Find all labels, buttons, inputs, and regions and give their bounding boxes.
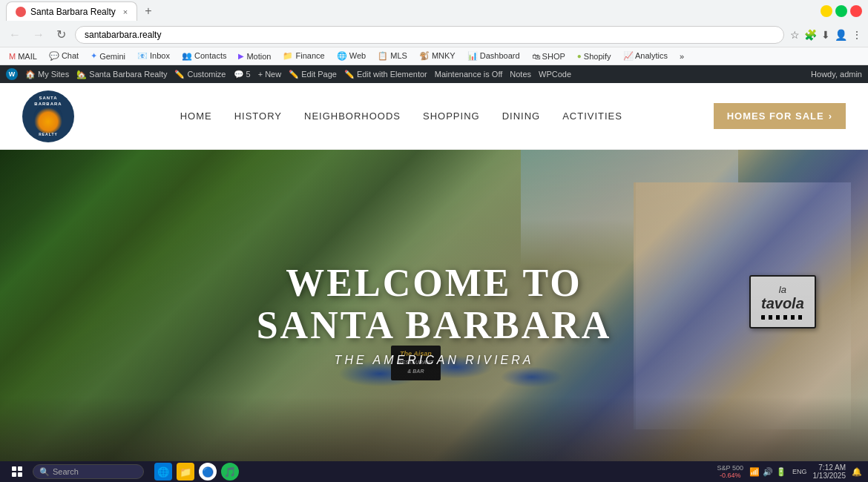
clock[interactable]: 7:12 AM 1/13/2025 (813, 463, 846, 480)
wp-comments[interactable]: 💬 5 (234, 70, 251, 79)
taskbar-search-bar[interactable]: 🔍 Search (33, 464, 144, 479)
taskbar-edge-icon[interactable]: 🌐 (154, 463, 172, 481)
tab-close-icon[interactable]: × (123, 7, 128, 16)
wp-notes[interactable]: Notes (510, 70, 531, 79)
arrow-icon: › (829, 110, 832, 122)
wp-elementor[interactable]: ✏️ Edit with Elementor (344, 70, 427, 79)
stock-value: -0.64% (720, 472, 741, 479)
taskbar-folder-icon[interactable]: 📁 (177, 463, 194, 481)
wp-admin-user[interactable]: Howdy, admin (811, 70, 862, 79)
bookmark-shop[interactable]: 🛍 SHOP (529, 50, 568, 62)
nav-home[interactable]: HOME (180, 110, 212, 122)
bookmark-inbox[interactable]: 📧 Inbox (134, 50, 173, 62)
url-text: santabarbara.realty (85, 30, 161, 40)
language-indicator: ENG (792, 468, 807, 475)
bookmark-gemini[interactable]: ✦ Gemini (88, 50, 128, 62)
maximize-button[interactable] (835, 5, 847, 17)
extension-icon[interactable]: 🧩 (804, 29, 817, 41)
hero-title: WELCOME TO SANTA BARBARA (217, 262, 651, 346)
wp-admin-bar: W 🏠 My Sites 🏡 Santa Barbara Realty ✏️ C… (0, 65, 868, 83)
bookmark-web[interactable]: 🌐 Web (334, 50, 369, 62)
profile-icon[interactable]: 👤 (835, 29, 847, 41)
bookmark-motion[interactable]: ▶ Motion (235, 50, 274, 62)
tab-favicon (16, 7, 26, 17)
title-bar: Santa Barbara Realty × + (0, 0, 868, 22)
browser-chrome: Santa Barbara Realty × + ← → ↻ santabarb… (0, 0, 868, 65)
refresh-button[interactable]: ↻ (53, 26, 69, 43)
taskbar-apps: 🌐 📁 🔵 🎵 (154, 463, 239, 481)
nav-shopping[interactable]: SHOPPING (423, 110, 480, 122)
hero-subtitle: THE AMERICAN RIVIERA (217, 354, 651, 367)
bookmark-chat[interactable]: 💬 Chat (46, 50, 82, 62)
browser-tab[interactable]: Santa Barbara Realty × (6, 1, 137, 21)
notification-icon[interactable]: 🔔 (852, 467, 862, 477)
wp-customize[interactable]: ✏️ Customize (174, 70, 226, 79)
bookmark-mail[interactable]: M MAIL (6, 50, 40, 62)
address-bar[interactable]: santabarbara.realty (75, 26, 784, 44)
bookmark-finance[interactable]: 📁 Finance (280, 50, 327, 62)
wp-maintenance[interactable]: Maintenance is Off (435, 70, 503, 79)
hero-content: WELCOME TO SANTA BARBARA THE AMERICAN RI… (217, 262, 651, 367)
logo-text: SANTA BARBARA REALTY (33, 96, 63, 136)
bookmark-mls[interactable]: 📋 MLS (375, 50, 410, 62)
windows-icon (12, 466, 22, 477)
taskbar-spotify-icon[interactable]: 🎵 (221, 463, 239, 481)
bookmark-shopify[interactable]: ● Shopify (574, 50, 614, 62)
site-header: SANTA BARBARA REALTY HOME HISTORY NEIGHB… (0, 83, 868, 150)
bookmark-more[interactable]: » (677, 50, 687, 62)
nav-activities[interactable]: ACTIVITIES (562, 110, 622, 122)
start-button[interactable] (6, 464, 28, 479)
site-logo[interactable]: SANTA BARBARA REALTY (22, 90, 74, 142)
bookmark-dashboard[interactable]: 📊 Dashboard (464, 50, 523, 62)
battery-icon[interactable]: 🔋 (776, 467, 786, 477)
wp-new[interactable]: + New (258, 70, 282, 79)
wp-logo[interactable]: W (6, 68, 18, 80)
search-placeholder: Search (53, 467, 79, 476)
download-icon[interactable]: ⬇ (821, 29, 830, 41)
toolbar-icons: ☆ 🧩 ⬇ 👤 ⋮ (790, 29, 862, 41)
close-button[interactable] (850, 5, 862, 17)
star-icon[interactable]: ☆ (790, 29, 800, 41)
back-button[interactable]: ← (6, 27, 24, 43)
taskbar: 🔍 Search 🌐 📁 🔵 🎵 S&P 500 -0.64% 📶 🔊 🔋 EN… (0, 461, 868, 482)
forward-button[interactable]: → (30, 27, 47, 43)
wifi-icon[interactable]: 📶 (749, 467, 760, 477)
tab-title: Santa Barbara Realty (30, 7, 116, 17)
hero-section: la tavola The AisanRESTAURANT& BAR WELCO… (0, 150, 868, 461)
bookmark-contacts[interactable]: 👥 Contacts (179, 50, 229, 62)
navigation-toolbar: ← → ↻ santabarbara.realty ☆ 🧩 ⬇ 👤 ⋮ (0, 22, 868, 47)
nav-neighborhoods[interactable]: NEIGHBORHOODS (304, 110, 401, 122)
stock-widget: S&P 500 -0.64% (717, 464, 743, 479)
new-tab-button[interactable]: + (140, 3, 156, 19)
website: W 🏠 My Sites 🏡 Santa Barbara Realty ✏️ C… (0, 65, 868, 461)
wp-edit-page[interactable]: ✏️ Edit Page (289, 70, 337, 79)
bookmark-mnky[interactable]: 🐒 MNKY (416, 50, 458, 62)
stock-label: S&P 500 (717, 464, 743, 472)
homes-for-sale-button[interactable]: HOMES FOR SALE › (714, 103, 846, 129)
bookmark-analytics[interactable]: 📈 Analytics (620, 50, 671, 62)
taskbar-right: S&P 500 -0.64% 📶 🔊 🔋 ENG 7:12 AM 1/13/20… (717, 463, 862, 480)
volume-icon[interactable]: 🔊 (763, 467, 773, 477)
bookmarks-bar: M MAIL 💬 Chat ✦ Gemini 📧 Inbox 👥 Contact… (0, 47, 868, 65)
wp-my-sites[interactable]: 🏠 My Sites (25, 70, 69, 79)
taskbar-chrome-icon[interactable]: 🔵 (199, 463, 217, 481)
navigation-menu: HOME HISTORY NEIGHBORHOODS SHOPPING DINI… (89, 110, 714, 122)
nav-dining[interactable]: DINING (502, 110, 541, 122)
menu-icon[interactable]: ⋮ (852, 29, 862, 41)
minimize-button[interactable] (821, 5, 832, 17)
system-tray-icons: 📶 🔊 🔋 (749, 467, 786, 477)
wp-wpcode[interactable]: WPCode (539, 70, 571, 79)
wp-site-name[interactable]: 🏡 Santa Barbara Realty (76, 70, 167, 79)
window-controls (821, 5, 862, 17)
search-icon: 🔍 (39, 467, 50, 477)
nav-history[interactable]: HISTORY (234, 110, 282, 122)
